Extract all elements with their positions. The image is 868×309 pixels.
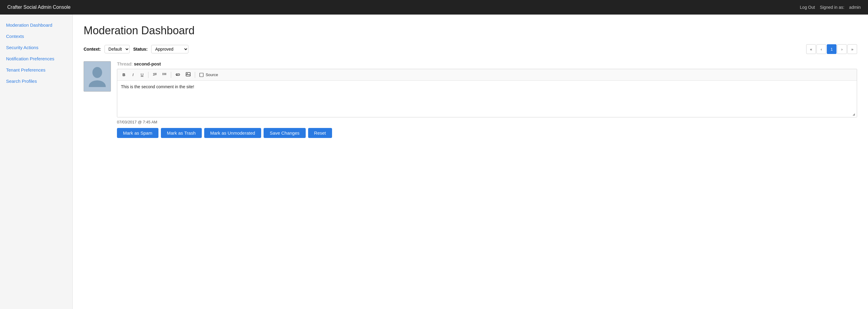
- reset-button[interactable]: Reset: [308, 128, 332, 138]
- toolbar-ordered-list[interactable]: 1.: [150, 71, 159, 79]
- thread-label: Thread: second-post: [117, 61, 857, 66]
- mark-as-unmoderated-button[interactable]: Mark as Unmoderated: [204, 128, 261, 138]
- sidebar-item-security-actions[interactable]: Security Actions: [0, 42, 72, 53]
- user-avatar-icon: [88, 66, 106, 87]
- pagination-last[interactable]: »: [847, 44, 857, 54]
- pagination: « ‹ 1 › »: [806, 44, 857, 54]
- sidebar-item-notification-preferences[interactable]: Notification Preferences: [0, 53, 72, 64]
- filters-left: Context: Default Status: Approved Spam T…: [84, 45, 188, 53]
- page-title: Moderation Dashboard: [84, 24, 857, 37]
- svg-point-0: [92, 67, 102, 78]
- main-content: Moderation Dashboard Context: Default St…: [73, 15, 868, 309]
- sidebar-item-search-profiles[interactable]: Search Profiles: [0, 76, 72, 87]
- editor-content[interactable]: This is the second comment in the site! …: [117, 81, 857, 117]
- save-changes-button[interactable]: Save Changes: [264, 128, 305, 138]
- svg-point-6: [163, 74, 164, 75]
- toolbar-divider-3: [195, 72, 195, 78]
- toolbar-source[interactable]: Source: [197, 71, 221, 79]
- toolbar-source-label: Source: [206, 73, 218, 77]
- app-title: Crafter Social Admin Console: [7, 4, 70, 10]
- toolbar-italic[interactable]: I: [129, 71, 137, 78]
- comment-body: Thread: second-post B I U 1.: [117, 61, 857, 138]
- svg-point-5: [163, 73, 164, 74]
- link-icon: [176, 73, 180, 76]
- avatar: [84, 61, 111, 91]
- editor-resize-handle: ◢: [852, 113, 856, 116]
- svg-point-1: [89, 80, 106, 87]
- ordered-list-icon: 1.: [153, 72, 157, 77]
- top-nav-right: Log Out Signed in as: admin: [800, 5, 861, 10]
- context-label: Context:: [84, 47, 101, 52]
- toolbar-link[interactable]: [173, 71, 183, 78]
- comment-card: Thread: second-post B I U 1.: [84, 61, 857, 138]
- sidebar-item-contexts[interactable]: Contexts: [0, 31, 72, 42]
- comment-date: 07/03/2017 @ 7:45 AM: [117, 120, 857, 124]
- status-select[interactable]: Approved Spam Trash Unmoderated: [151, 45, 188, 53]
- thread-prefix: Thread:: [117, 61, 133, 66]
- filters-row: Context: Default Status: Approved Spam T…: [84, 44, 857, 54]
- comment-text: This is the second comment in the site!: [121, 84, 194, 89]
- image-icon: [186, 72, 191, 77]
- editor-toolbar: B I U 1.: [117, 69, 857, 81]
- toolbar-divider-2: [171, 72, 171, 78]
- svg-rect-11: [200, 73, 203, 77]
- sidebar-item-tenant-preferences[interactable]: Tenant Preferences: [0, 64, 72, 76]
- signed-in-label: Signed in as:: [820, 5, 844, 10]
- mark-as-spam-button[interactable]: Mark as Spam: [117, 128, 158, 138]
- status-label: Status:: [133, 47, 148, 52]
- unordered-list-icon: [162, 72, 167, 77]
- toolbar-underline[interactable]: U: [138, 71, 146, 78]
- toolbar-divider-1: [148, 72, 149, 78]
- thread-name: second-post: [134, 61, 161, 66]
- toolbar-bold[interactable]: B: [120, 71, 128, 78]
- sidebar-item-moderation-dashboard[interactable]: Moderation Dashboard: [0, 20, 72, 31]
- svg-text:1.: 1.: [153, 73, 155, 76]
- sidebar: Moderation Dashboard Contexts Security A…: [0, 15, 73, 309]
- context-select[interactable]: Default: [104, 45, 130, 53]
- mark-as-trash-button[interactable]: Mark as Trash: [161, 128, 202, 138]
- toolbar-unordered-list[interactable]: [160, 71, 169, 79]
- admin-user-link[interactable]: admin: [849, 5, 861, 10]
- pagination-first[interactable]: «: [806, 44, 816, 54]
- editor-wrapper: B I U 1.: [117, 69, 857, 117]
- top-nav: Crafter Social Admin Console Log Out Sig…: [0, 0, 868, 15]
- logout-link[interactable]: Log Out: [800, 5, 815, 10]
- pagination-next[interactable]: ›: [837, 44, 847, 54]
- layout: Moderation Dashboard Contexts Security A…: [0, 15, 868, 309]
- action-buttons: Mark as Spam Mark as Trash Mark as Unmod…: [117, 128, 857, 138]
- source-icon: [199, 73, 204, 77]
- pagination-prev[interactable]: ‹: [816, 44, 826, 54]
- pagination-current[interactable]: 1: [827, 44, 836, 54]
- toolbar-image[interactable]: [183, 71, 193, 79]
